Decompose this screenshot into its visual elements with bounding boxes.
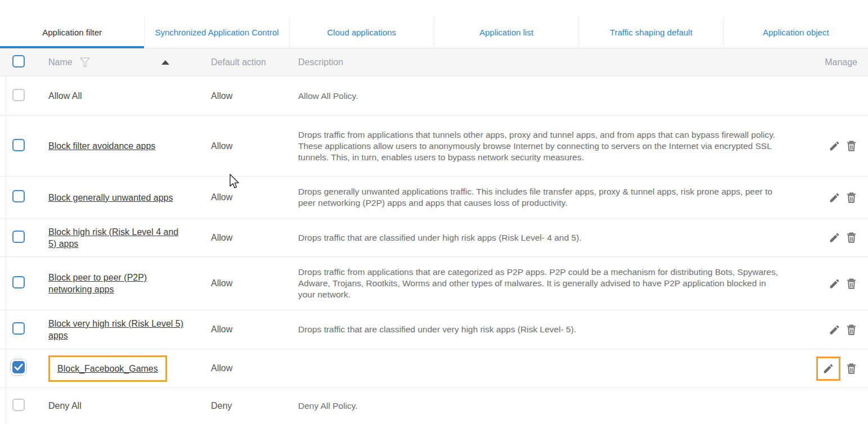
delete-icon bbox=[845, 232, 857, 243]
tab-bar: Application filter Synchronized Applicat… bbox=[0, 17, 868, 48]
edit-button[interactable] bbox=[829, 278, 840, 290]
edit-icon bbox=[829, 324, 840, 336]
policy-description: Drops traffic from applications that tun… bbox=[298, 129, 797, 163]
edit-button[interactable] bbox=[829, 232, 840, 243]
table-row-selected: Block_Facebook_Games Allow bbox=[0, 349, 868, 387]
delete-button[interactable] bbox=[845, 363, 857, 375]
policy-name-link[interactable]: Block filter avoidance apps bbox=[48, 140, 155, 152]
tab-label: Cloud applications bbox=[327, 27, 397, 38]
delete-icon bbox=[845, 192, 857, 204]
tab-application-object[interactable]: Application object bbox=[723, 17, 868, 48]
delete-icon bbox=[845, 324, 857, 336]
tab-label: Application list bbox=[479, 27, 533, 38]
policy-description: Drops traffic that are classified under … bbox=[298, 232, 797, 243]
delete-button[interactable] bbox=[845, 140, 857, 152]
policy-description: Drops traffic that are classified under … bbox=[298, 324, 797, 335]
row-checkbox[interactable] bbox=[12, 231, 25, 243]
default-action: Allow bbox=[211, 192, 298, 202]
table-header: Name Default action Description Manage bbox=[0, 48, 868, 76]
table-row: Block peer to peer (P2P) networking apps… bbox=[0, 256, 868, 310]
delete-icon bbox=[845, 140, 857, 152]
row-checkbox[interactable] bbox=[12, 276, 25, 288]
tab-application-list[interactable]: Application list bbox=[434, 17, 578, 48]
policy-description: Deny All Policy. bbox=[298, 400, 797, 412]
delete-button[interactable] bbox=[845, 278, 857, 290]
default-action: Allow bbox=[211, 91, 298, 101]
column-header-description: Description bbox=[298, 57, 797, 67]
table-row: Block generally unwanted apps Allow Drop… bbox=[0, 176, 868, 218]
row-checkbox[interactable] bbox=[12, 139, 25, 151]
tab-label: Synchronized Application Control bbox=[155, 27, 278, 38]
table-row: Allow All Allow Allow All Policy. bbox=[0, 76, 868, 115]
edit-icon bbox=[822, 363, 834, 375]
delete-icon bbox=[845, 363, 857, 375]
default-action: Allow bbox=[211, 363, 298, 373]
policy-description: Drops generally unwanted applications tr… bbox=[298, 186, 797, 209]
column-header-manage: Manage bbox=[797, 57, 868, 67]
edit-icon bbox=[829, 232, 840, 243]
sort-ascending-icon[interactable] bbox=[161, 60, 169, 65]
default-action: Allow bbox=[211, 324, 298, 335]
highlight-box-name: Block_Facebook_Games bbox=[48, 355, 167, 382]
delete-button[interactable] bbox=[845, 232, 857, 243]
top-spacer bbox=[0, 0, 868, 17]
row-checkbox[interactable] bbox=[12, 190, 25, 202]
filter-icon[interactable] bbox=[79, 56, 91, 68]
default-action: Allow bbox=[211, 278, 298, 288]
column-header-name: Name bbox=[48, 57, 73, 67]
delete-button[interactable] bbox=[845, 324, 857, 336]
default-action: Deny bbox=[211, 401, 298, 411]
policy-name: Deny All bbox=[48, 401, 82, 411]
delete-button[interactable] bbox=[845, 192, 857, 204]
tab-cloud-applications[interactable]: Cloud applications bbox=[289, 17, 434, 48]
edit-button[interactable] bbox=[829, 324, 840, 336]
delete-icon bbox=[845, 278, 857, 290]
row-checkbox[interactable] bbox=[12, 322, 25, 335]
table-row: Block filter avoidance apps Allow Drops … bbox=[0, 115, 868, 176]
edit-button[interactable] bbox=[829, 192, 840, 204]
policy-description: Drops traffic from applications that are… bbox=[298, 267, 797, 300]
tab-label: Application object bbox=[763, 27, 829, 38]
policy-description: Allow All Policy. bbox=[298, 91, 797, 102]
edit-button[interactable] bbox=[829, 140, 840, 152]
row-checkbox[interactable] bbox=[12, 399, 25, 411]
edit-button[interactable] bbox=[822, 363, 834, 375]
tab-label: Traffic shaping default bbox=[610, 27, 692, 38]
policy-name-link[interactable]: Block_Facebook_Games bbox=[57, 364, 158, 373]
tab-application-filter[interactable]: Application filter bbox=[0, 17, 144, 48]
row-checkbox-checked[interactable] bbox=[12, 361, 25, 373]
highlight-box-edit bbox=[816, 357, 840, 381]
select-all-checkbox[interactable] bbox=[12, 55, 25, 67]
default-action: Allow bbox=[211, 233, 298, 243]
table-row: Block very high risk (Risk Level 5) apps… bbox=[0, 310, 868, 349]
tab-synchronized-application-control[interactable]: Synchronized Application Control bbox=[144, 17, 289, 48]
tab-label: Application filter bbox=[42, 27, 102, 38]
edit-icon bbox=[829, 278, 840, 290]
policy-name-link[interactable]: Block generally unwanted apps bbox=[48, 192, 173, 204]
policy-name: Allow All bbox=[48, 91, 82, 101]
policy-name-link[interactable]: Block peer to peer (P2P) networking apps bbox=[48, 272, 188, 295]
default-action: Allow bbox=[211, 141, 298, 151]
row-checkbox[interactable] bbox=[12, 89, 25, 101]
tab-traffic-shaping-default[interactable]: Traffic shaping default bbox=[578, 17, 723, 48]
check-icon bbox=[14, 363, 23, 371]
edit-icon bbox=[829, 192, 840, 204]
edit-icon bbox=[829, 140, 840, 152]
table-row: Block high risk (Risk Level 4 and 5) app… bbox=[0, 218, 868, 256]
policy-name-link[interactable]: Block high risk (Risk Level 4 and 5) app… bbox=[48, 226, 188, 250]
policy-name-link[interactable]: Block very high risk (Risk Level 5) apps bbox=[48, 318, 188, 341]
column-header-default-action: Default action bbox=[211, 57, 298, 67]
table-row: Deny All Deny Deny All Policy. bbox=[0, 387, 868, 424]
